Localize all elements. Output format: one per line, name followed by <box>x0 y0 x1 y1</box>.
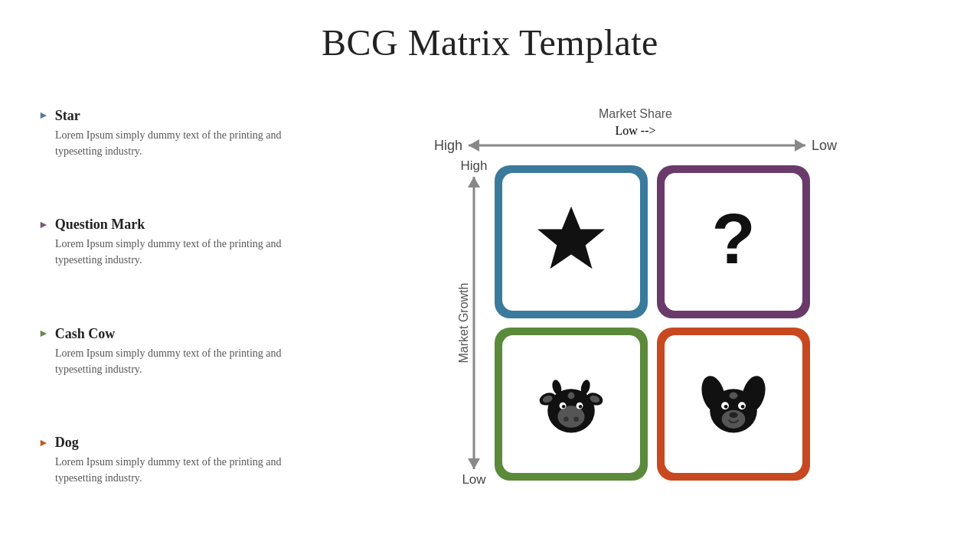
bcg-matrix-grid: ? <box>495 165 810 481</box>
question-label: Question Mark <box>55 217 145 233</box>
svg-point-15 <box>574 416 580 422</box>
star-description: Lorem Ipsum simply dummy text of the pri… <box>55 127 306 159</box>
legend-item-cow: ► Cash Cow Lorem Ipsum simply dummy text… <box>38 326 306 377</box>
dog-description: Lorem Ipsum simply dummy text of the pri… <box>55 454 306 486</box>
svg-point-12 <box>562 405 565 408</box>
svg-point-25 <box>730 412 738 418</box>
market-growth-axis: Market Growth High Low <box>461 158 488 487</box>
star-arrow-icon: ► <box>38 109 49 122</box>
matrix-area: Market Share Low --> High Low Market Gro… <box>322 71 949 523</box>
question-icon-container: ? <box>665 173 802 311</box>
question-description: Lorem Ipsum simply dummy text of the pri… <box>55 236 306 268</box>
cow-cell <box>495 328 648 481</box>
market-growth-low-label: Low <box>462 472 485 487</box>
svg-point-24 <box>741 404 745 408</box>
market-share-arrow <box>469 138 805 153</box>
legend-item-star: ► Star Lorem Ipsum simply dummy text of … <box>38 108 306 159</box>
cow-icon <box>529 362 613 446</box>
svg-marker-0 <box>537 206 605 268</box>
legend-item-dog: ► Dog Lorem Ipsum simply dummy text of t… <box>38 435 306 486</box>
star-icon <box>529 200 613 284</box>
market-share-high-label: High <box>434 138 462 154</box>
star-icon-container <box>502 173 640 311</box>
market-growth-arrow <box>466 177 482 469</box>
dog-label: Dog <box>55 435 79 451</box>
star-label: Star <box>55 108 80 124</box>
svg-point-13 <box>579 405 582 408</box>
star-cell <box>495 165 648 318</box>
market-share-low-label: Low <box>812 138 837 154</box>
legend-item-question: ► Question Mark Lorem Ipsum simply dummy… <box>38 217 306 268</box>
page-title: BCG Matrix Template <box>0 0 980 64</box>
question-arrow-icon: ► <box>38 219 49 231</box>
svg-point-9 <box>558 406 585 428</box>
question-icon: ? <box>691 200 776 284</box>
cow-arrow-icon: ► <box>38 328 49 340</box>
svg-text:?: ? <box>712 200 756 279</box>
legend: ► Star Lorem Ipsum simply dummy text of … <box>31 71 322 523</box>
dog-arrow-icon: ► <box>38 437 49 449</box>
cow-description: Lorem Ipsum simply dummy text of the pri… <box>55 345 306 377</box>
dog-icon <box>691 362 776 446</box>
svg-point-23 <box>724 404 728 408</box>
dog-cell <box>657 328 810 481</box>
svg-point-14 <box>564 416 570 422</box>
dog-icon-container <box>665 335 802 473</box>
svg-point-16 <box>568 392 575 399</box>
cow-label: Cash Cow <box>55 326 116 342</box>
market-share-label: Market Share <box>599 107 672 121</box>
question-cell: ? <box>657 165 810 318</box>
market-growth-high-label: High <box>461 158 488 174</box>
cow-icon-container <box>502 335 640 473</box>
svg-point-26 <box>730 392 738 399</box>
